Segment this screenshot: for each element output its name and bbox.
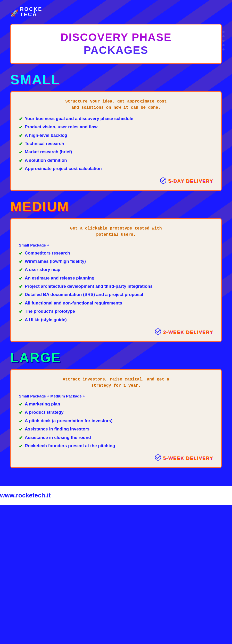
- large-delivery-badge: 5-WEEK DELIVERY: [19, 454, 213, 462]
- list-item: ✔ A high-level backlog: [19, 133, 213, 139]
- large-subtitle: Attract investors, raise capital, and ge…: [19, 376, 213, 389]
- check-icon: ✔: [19, 166, 23, 172]
- list-item: ✔ A product strategy: [19, 410, 213, 416]
- check-icon: ✔: [19, 410, 23, 416]
- small-delivery-text: 5-DAY DELIVERY: [168, 179, 213, 184]
- logo-icon: 🚀: [10, 9, 19, 17]
- delivery-check-icon: [160, 177, 166, 185]
- check-icon: ✔: [19, 402, 23, 408]
- list-item: ✔ Assistance in finding investors: [19, 426, 213, 433]
- medium-feature-list: ✔ Competitors research ✔ Wireframes (low…: [19, 250, 213, 324]
- list-item: ✔ Approximate project cost calculation: [19, 166, 213, 172]
- list-item: ✔ Technical research: [19, 141, 213, 147]
- check-icon: ✔: [19, 292, 23, 298]
- list-item: ✔ The product's prototype: [19, 309, 213, 315]
- list-item: ✔ Project architecture development and t…: [19, 284, 213, 290]
- logo-text-part1: ROCKE: [20, 6, 42, 12]
- check-icon: ✔: [19, 435, 23, 441]
- list-item: ✔ Your business goal and a discovery pha…: [19, 116, 213, 122]
- check-icon: ✔: [19, 251, 23, 257]
- medium-section-header: MEDIUM: [10, 199, 222, 214]
- medium-package-plus: Small Package +: [19, 243, 213, 247]
- delivery-check-icon: [155, 454, 161, 462]
- list-item: ✔ Rocketech founders present at the pitc…: [19, 443, 213, 449]
- small-delivery-badge: 5-DAY DELIVERY: [19, 177, 213, 185]
- large-section-header: LARGE: [10, 350, 222, 365]
- list-item: ✔ Assistance in closing the round: [19, 435, 213, 441]
- list-item: ✔ Detailed BA documentation (SRS) and a …: [19, 292, 213, 298]
- footer: www.rocketech.it: [0, 486, 232, 505]
- check-icon: ✔: [19, 141, 23, 147]
- check-icon: ✔: [19, 301, 23, 307]
- check-icon: ✔: [19, 309, 23, 315]
- list-item: ✔ Competitors research: [19, 250, 213, 257]
- check-icon: ✔: [19, 149, 23, 155]
- check-icon: ✔: [19, 124, 23, 130]
- delivery-check-icon: [155, 328, 161, 336]
- check-icon: ✔: [19, 116, 23, 122]
- title-box: DISCOVERY PHASE PACKAGES: [10, 24, 222, 64]
- medium-delivery-text: 2-WEEK DELIVERY: [163, 330, 213, 335]
- medium-package-card: Get a clickable prototype tested withpot…: [10, 218, 222, 342]
- small-package-card: Structure your idea, get approximate cos…: [10, 91, 222, 191]
- medium-delivery-badge: 2-WEEK DELIVERY: [19, 328, 213, 336]
- medium-subtitle: Get a clickable prototype tested withpot…: [19, 225, 213, 238]
- list-item: ✔ A marketing plan: [19, 401, 213, 408]
- logo: 🚀 ROCKE TECĀ: [10, 6, 42, 17]
- small-feature-list: ✔ Your business goal and a discovery pha…: [19, 116, 213, 172]
- header: 🚀 ROCKE TECĀ: [10, 0, 222, 21]
- list-item: ✔ A user story map: [19, 267, 213, 273]
- list-item: ✔ Wireframes (low/high fidelity): [19, 259, 213, 265]
- list-item: ✔ Product vision, user roles and flow: [19, 124, 213, 130]
- page-title: DISCOVERY PHASE PACKAGES: [19, 31, 213, 57]
- check-icon: ✔: [19, 267, 23, 273]
- large-package-card: Attract investors, raise capital, and ge…: [10, 369, 222, 468]
- check-icon: ✔: [19, 418, 23, 424]
- list-item: ✔ A solution definition: [19, 158, 213, 164]
- footer-url: www.rocketech.it: [0, 492, 51, 499]
- list-item: ✔ All functional and non-functional requ…: [19, 300, 213, 307]
- large-package-plus: Small Package + Medium Package +: [19, 394, 213, 398]
- large-delivery-text: 5-WEEK DELIVERY: [163, 456, 213, 461]
- list-item: ✔ A UI kit (style guide): [19, 317, 213, 323]
- check-icon: ✔: [19, 427, 23, 433]
- check-icon: ✔: [19, 317, 23, 323]
- list-item: ✔ A pitch deck (a presentation for inves…: [19, 418, 213, 424]
- check-icon: ✔: [19, 158, 23, 164]
- check-icon: ✔: [19, 443, 23, 449]
- small-section-header: SMALL: [10, 72, 222, 87]
- check-icon: ✔: [19, 276, 23, 282]
- small-subtitle: Structure your idea, get approximate cos…: [19, 98, 213, 111]
- list-item: ✔ An estimate and release planning: [19, 275, 213, 282]
- large-feature-list: ✔ A marketing plan ✔ A product strategy …: [19, 401, 213, 449]
- logo-text-part2: TEC: [20, 12, 32, 17]
- list-item: ✔ Market research (brief): [19, 149, 213, 155]
- check-icon: ✔: [19, 284, 23, 290]
- check-icon: ✔: [19, 133, 23, 139]
- check-icon: ✔: [19, 259, 23, 265]
